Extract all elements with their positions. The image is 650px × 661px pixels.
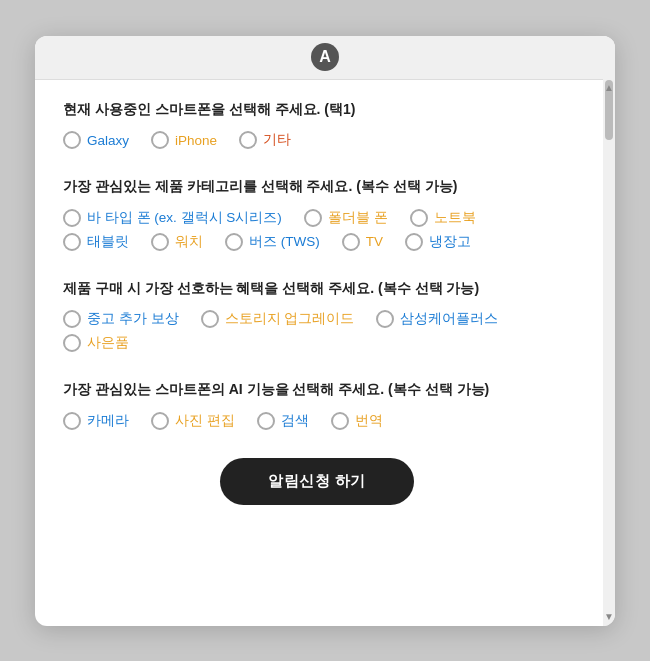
option-tv[interactable]: TV: [342, 233, 383, 251]
radio-buds[interactable]: [225, 233, 243, 251]
option-camera[interactable]: 카메라: [63, 412, 129, 430]
q3-title: 제품 구매 시 가장 선호하는 혜택을 선택해 주세요. (복수 선택 가능): [63, 279, 571, 299]
q2-options-row1: 바 타입 폰 (ex. 갤럭시 S시리즈) 폴더블 폰 노트북: [63, 209, 571, 233]
label-photo: 사진 편집: [175, 412, 235, 430]
option-junggo[interactable]: 중고 추가 보상: [63, 310, 179, 328]
label-saundoom: 사은품: [87, 334, 129, 352]
radio-fridge[interactable]: [405, 233, 423, 251]
radio-tv[interactable]: [342, 233, 360, 251]
option-fridge[interactable]: 냉장고: [405, 233, 471, 251]
submit-button[interactable]: 알림신청 하기: [220, 458, 414, 505]
form-content: 현재 사용중인 스마트폰을 선택해 주세요. (택1) Galaxy iPhon…: [35, 80, 603, 525]
radio-search[interactable]: [257, 412, 275, 430]
option-story[interactable]: 스토리지 업그레이드: [201, 310, 355, 328]
option-folder[interactable]: 폴더블 폰: [304, 209, 388, 227]
label-watch: 워치: [175, 233, 203, 251]
section-q2: 가장 관심있는 제품 카테고리를 선택해 주세요. (복수 선택 가능) 바 타…: [63, 177, 571, 257]
q1-options: Galaxy iPhone 기타: [63, 131, 571, 155]
q3-options-row2: 사은품: [63, 334, 571, 358]
radio-story[interactable]: [201, 310, 219, 328]
radio-samsung-care[interactable]: [376, 310, 394, 328]
label-buds: 버즈 (TWS): [249, 233, 320, 251]
label-fridge: 냉장고: [429, 233, 471, 251]
scrollbar-arrow-down[interactable]: ▼: [603, 611, 615, 622]
radio-tablet[interactable]: [63, 233, 81, 251]
radio-photo[interactable]: [151, 412, 169, 430]
label-folder: 폴더블 폰: [328, 209, 388, 227]
radio-iphone[interactable]: [151, 131, 169, 149]
option-watch[interactable]: 워치: [151, 233, 203, 251]
option-bar[interactable]: 바 타입 폰 (ex. 갤럭시 S시리즈): [63, 209, 282, 227]
label-tv: TV: [366, 234, 383, 249]
option-iphone[interactable]: iPhone: [151, 131, 217, 149]
section-q4: 가장 관심있는 스마트폰의 AI 기능을 선택해 주세요. (복수 선택 가능)…: [63, 380, 571, 436]
radio-translate[interactable]: [331, 412, 349, 430]
option-galaxy[interactable]: Galaxy: [63, 131, 129, 149]
radio-junggo[interactable]: [63, 310, 81, 328]
q1-title: 현재 사용중인 스마트폰을 선택해 주세요. (택1): [63, 100, 571, 120]
radio-saundoom[interactable]: [63, 334, 81, 352]
radio-notebook[interactable]: [410, 209, 428, 227]
radio-camera[interactable]: [63, 412, 81, 430]
option-photo[interactable]: 사진 편집: [151, 412, 235, 430]
option-tablet[interactable]: 태블릿: [63, 233, 129, 251]
label-camera: 카메라: [87, 412, 129, 430]
label-notebook: 노트북: [434, 209, 476, 227]
radio-bar[interactable]: [63, 209, 81, 227]
label-samsung-care: 삼성케어플러스: [400, 310, 498, 328]
q4-options: 카메라 사진 편집 검색 번역: [63, 412, 571, 436]
label-etc: 기타: [263, 131, 291, 149]
scrollbar-arrow-up[interactable]: ▲: [603, 82, 615, 93]
label-bar: 바 타입 폰 (ex. 갤럭시 S시리즈): [87, 209, 282, 227]
option-saundoom[interactable]: 사은품: [63, 334, 129, 352]
label-tablet: 태블릿: [87, 233, 129, 251]
top-bar: A: [35, 36, 615, 80]
logo-text: A: [319, 48, 331, 66]
q4-title: 가장 관심있는 스마트폰의 AI 기능을 선택해 주세요. (복수 선택 가능): [63, 380, 571, 400]
main-window: A ▲ ▼ 현재 사용중인 스마트폰을 선택해 주세요. (택1) Galaxy…: [35, 36, 615, 626]
q3-options-row1: 중고 추가 보상 스토리지 업그레이드 삼성케어플러스: [63, 310, 571, 334]
label-iphone: iPhone: [175, 133, 217, 148]
scrollbar[interactable]: ▲ ▼: [603, 36, 615, 626]
option-buds[interactable]: 버즈 (TWS): [225, 233, 320, 251]
label-search: 검색: [281, 412, 309, 430]
option-samsung-care[interactable]: 삼성케어플러스: [376, 310, 498, 328]
label-story: 스토리지 업그레이드: [225, 310, 355, 328]
radio-watch[interactable]: [151, 233, 169, 251]
label-translate: 번역: [355, 412, 383, 430]
option-translate[interactable]: 번역: [331, 412, 383, 430]
option-search[interactable]: 검색: [257, 412, 309, 430]
radio-etc[interactable]: [239, 131, 257, 149]
radio-galaxy[interactable]: [63, 131, 81, 149]
section-q1: 현재 사용중인 스마트폰을 선택해 주세요. (택1) Galaxy iPhon…: [63, 100, 571, 156]
label-galaxy: Galaxy: [87, 133, 129, 148]
section-q3: 제품 구매 시 가장 선호하는 혜택을 선택해 주세요. (복수 선택 가능) …: [63, 279, 571, 359]
radio-folder[interactable]: [304, 209, 322, 227]
logo-icon: A: [311, 43, 339, 71]
q2-title: 가장 관심있는 제품 카테고리를 선택해 주세요. (복수 선택 가능): [63, 177, 571, 197]
label-junggo: 중고 추가 보상: [87, 310, 179, 328]
option-notebook[interactable]: 노트북: [410, 209, 476, 227]
q2-options-row2: 태블릿 워치 버즈 (TWS) TV 냉장고: [63, 233, 571, 257]
option-etc[interactable]: 기타: [239, 131, 291, 149]
